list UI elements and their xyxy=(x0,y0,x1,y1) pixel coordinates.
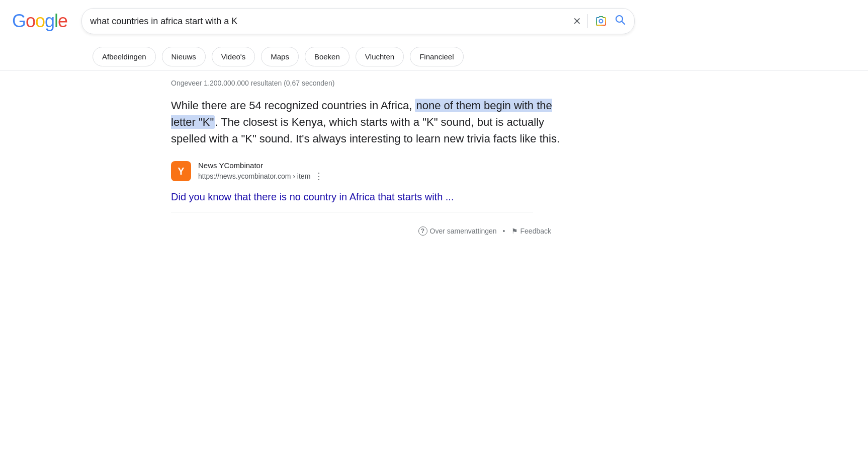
logo-l: l xyxy=(54,11,58,32)
summary-text-after: . The closest is Kenya, which starts wit… xyxy=(171,116,560,145)
search-input[interactable] xyxy=(90,16,568,27)
tab-boeken[interactable]: Boeken xyxy=(305,47,350,66)
footer-dot: • xyxy=(503,227,505,235)
logo-e: e xyxy=(58,11,67,32)
source-card: Y News YCombinator https://news.ycombina… xyxy=(171,161,563,182)
logo-o2: o xyxy=(35,11,45,32)
nav-tabs: Afbeeldingen Nieuws Video's Maps Boeken … xyxy=(0,43,868,71)
search-icon xyxy=(614,14,626,29)
icon-divider xyxy=(587,14,588,28)
tab-vluchten[interactable]: Vluchten xyxy=(356,47,404,66)
logo-g: G xyxy=(12,11,26,32)
tab-financieel[interactable]: Financieel xyxy=(410,47,463,66)
result-link[interactable]: Did you know that there is no country in… xyxy=(171,190,563,204)
lens-button[interactable] xyxy=(594,14,608,28)
tab-maps[interactable]: Maps xyxy=(261,47,299,66)
svg-point-0 xyxy=(599,20,603,23)
logo-o1: o xyxy=(26,11,35,32)
about-summaries-link[interactable]: ? Over samenvattingen xyxy=(418,226,497,236)
logo-g2: g xyxy=(45,11,54,32)
results-area: Ongeveer 1.200.000.000 resultaten (0,67 … xyxy=(0,71,603,242)
footer-row: ? Over samenvattingen • ⚑ Feedback xyxy=(171,220,563,242)
source-url: https://news.ycombinator.com › item xyxy=(198,172,310,180)
search-icons xyxy=(573,14,626,29)
results-count: Ongeveer 1.200.000.000 resultaten (0,67 … xyxy=(171,79,603,87)
source-favicon: Y xyxy=(171,161,191,181)
source-menu-button[interactable]: ⋮ xyxy=(314,171,323,182)
clear-button[interactable] xyxy=(573,15,581,27)
tab-afbeeldingen[interactable]: Afbeeldingen xyxy=(93,47,156,66)
source-name: News YCombinator xyxy=(198,161,323,170)
tab-nieuws[interactable]: Nieuws xyxy=(162,47,206,66)
feedback-link[interactable]: ⚑ Feedback xyxy=(511,227,551,235)
top-bar: G o o g l e xyxy=(0,0,868,43)
result-divider xyxy=(171,212,533,212)
about-summaries-label: Over samenvattingen xyxy=(430,227,497,235)
feedback-icon: ⚑ xyxy=(511,227,518,235)
summary-text-before: While there are 54 recognized countries … xyxy=(171,99,415,112)
tab-videos[interactable]: Video's xyxy=(212,47,255,66)
feedback-label: Feedback xyxy=(520,227,551,235)
camera-icon xyxy=(595,15,607,27)
source-url-row: https://news.ycombinator.com › item ⋮ xyxy=(198,171,323,182)
source-info: News YCombinator https://news.ycombinato… xyxy=(198,161,323,182)
favicon-letter: Y xyxy=(178,166,184,177)
help-icon: ? xyxy=(418,226,427,236)
google-logo: G o o g l e xyxy=(12,11,67,32)
search-bar[interactable] xyxy=(81,8,635,34)
search-button[interactable] xyxy=(614,14,626,29)
svg-line-2 xyxy=(622,22,625,25)
close-icon xyxy=(573,15,581,27)
ai-summary: While there are 54 recognized countries … xyxy=(171,97,563,147)
